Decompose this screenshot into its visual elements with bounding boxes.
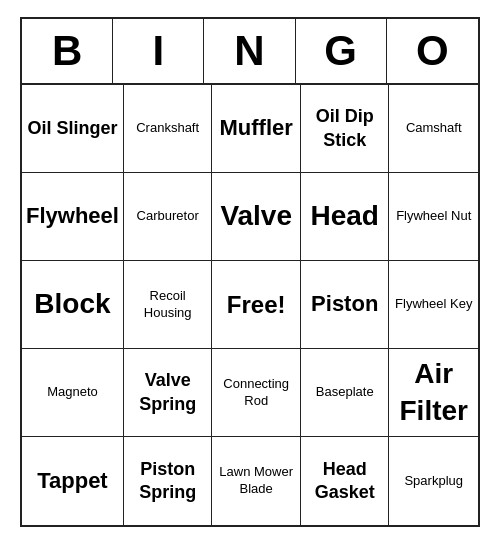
bingo-header: BINGO: [22, 19, 478, 85]
bingo-cell-20: Tappet: [22, 437, 124, 525]
bingo-letter-i: I: [113, 19, 204, 83]
bingo-cell-22: Lawn Mower Blade: [212, 437, 301, 525]
bingo-cell-4: Camshaft: [389, 85, 478, 173]
bingo-cell-9: Flywheel Nut: [389, 173, 478, 261]
bingo-cell-16: Valve Spring: [124, 349, 213, 437]
bingo-cell-12: Free!: [212, 261, 301, 349]
bingo-cell-3: Oil Dip Stick: [301, 85, 390, 173]
bingo-letter-g: G: [296, 19, 387, 83]
bingo-cell-10: Block: [22, 261, 124, 349]
bingo-cell-0: Oil Slinger: [22, 85, 124, 173]
bingo-cell-5: Flywheel: [22, 173, 124, 261]
bingo-letter-o: O: [387, 19, 478, 83]
bingo-cell-2: Muffler: [212, 85, 301, 173]
bingo-cell-7: Valve: [212, 173, 301, 261]
bingo-cell-1: Crankshaft: [124, 85, 213, 173]
bingo-cell-19: Air Filter: [389, 349, 478, 437]
bingo-cell-13: Piston: [301, 261, 390, 349]
bingo-cell-6: Carburetor: [124, 173, 213, 261]
bingo-letter-n: N: [204, 19, 295, 83]
bingo-letter-b: B: [22, 19, 113, 83]
bingo-cell-15: Magneto: [22, 349, 124, 437]
bingo-cell-8: Head: [301, 173, 390, 261]
bingo-cell-14: Flywheel Key: [389, 261, 478, 349]
bingo-cell-21: Piston Spring: [124, 437, 213, 525]
bingo-cell-17: Connecting Rod: [212, 349, 301, 437]
bingo-cell-24: Sparkplug: [389, 437, 478, 525]
bingo-cell-11: Recoil Housing: [124, 261, 213, 349]
bingo-cell-18: Baseplate: [301, 349, 390, 437]
bingo-grid: Oil SlingerCrankshaftMufflerOil Dip Stic…: [22, 85, 478, 525]
bingo-card: BINGO Oil SlingerCrankshaftMufflerOil Di…: [20, 17, 480, 527]
bingo-cell-23: Head Gasket: [301, 437, 390, 525]
